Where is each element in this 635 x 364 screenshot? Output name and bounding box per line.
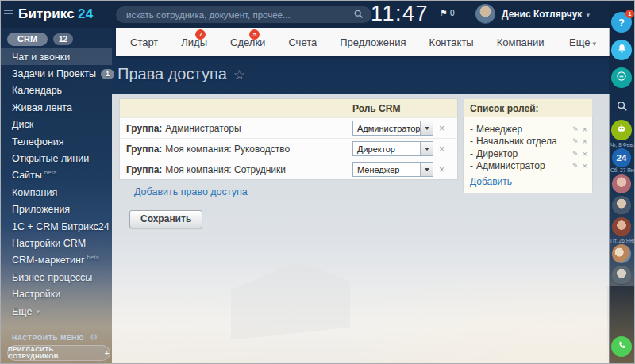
tab-invoices[interactable]: Счета xyxy=(288,36,317,48)
tab-more[interactable]: Еще▾ xyxy=(569,36,596,48)
sidebar-item-business-processes[interactable]: Бизнес-процессы xyxy=(1,269,112,285)
roles-list-panel: Список ролей: -Менеджер ✎× -Начальник от… xyxy=(464,99,592,228)
rail-date-jan26: Пт, 26 Янв xyxy=(609,238,634,243)
flag-count: 0 xyxy=(450,9,455,17)
global-search-input[interactable]: искать сотрудника, документ, прочее... xyxy=(116,6,371,23)
tab-leads[interactable]: Лиды7 xyxy=(181,36,207,48)
flag-icon: ⚑ xyxy=(440,8,448,17)
favorite-star-icon[interactable]: ☆ xyxy=(233,67,245,82)
group-label: Группа:Администраторы xyxy=(126,123,352,134)
marketplace-bot-button[interactable] xyxy=(611,120,632,140)
gear-icon: ⚙ xyxy=(90,332,98,343)
delete-role-icon[interactable]: × xyxy=(583,136,587,146)
sidebar-item-more[interactable]: Ещё▾ xyxy=(1,303,112,320)
sidebar-item-tasks-projects[interactable]: Задачи и Проекты1 xyxy=(1,65,112,82)
invite-employees-button[interactable]: ПРИГЛАСИТЬ СОТРУДНИКОВ+ xyxy=(7,345,110,361)
beta-label: beta xyxy=(44,169,57,176)
add-role-link[interactable]: Добавить xyxy=(470,176,512,187)
configure-menu-button[interactable]: НАСТРОИТЬ МЕНЮ⚙ xyxy=(12,332,98,343)
sidebar-item-disk[interactable]: Диск xyxy=(1,117,112,133)
role-select-employees[interactable]: Менеджер xyxy=(352,162,433,177)
group-label: Группа:Моя компания: Руководство xyxy=(126,144,352,155)
roles-panel-header: Список ролей: xyxy=(464,99,592,117)
select-arrow-icon[interactable] xyxy=(420,121,433,135)
logo-24: 24 xyxy=(78,6,93,21)
select-arrow-icon[interactable] xyxy=(420,142,433,155)
user-menu[interactable]: Денис Котлярчук▾ xyxy=(502,9,590,20)
sidebar-item-settings[interactable]: Настройки xyxy=(1,285,112,302)
rail-date-feb8: Чт, 8 Февр xyxy=(609,142,634,148)
edit-role-icon[interactable]: ✎ xyxy=(572,150,579,158)
search-icon xyxy=(616,100,628,115)
avatar[interactable] xyxy=(612,217,631,236)
rail-date-jan27: Сб, 27 Янв xyxy=(609,167,634,173)
delete-role-icon[interactable]: × xyxy=(583,125,587,134)
crm-section[interactable]: CRM 12 xyxy=(7,33,73,46)
role-select-administrators[interactable]: Администратор xyxy=(352,121,433,136)
clock[interactable]: 11:47 xyxy=(371,2,429,26)
deals-count-badge: 5 xyxy=(249,29,260,40)
calendar-24-badge[interactable]: 24 xyxy=(612,148,631,167)
sidebar-item-1c-crm[interactable]: 1С + CRM Битрикс24 xyxy=(1,218,112,235)
sidebar-item-apps[interactable]: Приложения xyxy=(1,201,112,218)
tab-deals[interactable]: Сделки5 xyxy=(230,36,265,48)
avatar[interactable] xyxy=(612,266,631,285)
avatar[interactable] xyxy=(612,174,631,193)
edit-role-icon[interactable]: ✎ xyxy=(572,137,579,145)
chevron-down-icon: ▾ xyxy=(586,11,590,19)
sidebar-item-sites[interactable]: Сайтыbeta xyxy=(1,167,112,184)
sidebar-item-company[interactable]: Компания xyxy=(1,184,112,201)
bell-icon xyxy=(617,43,627,57)
access-rights-table: Роль CRM Группа:Администраторы Администр… xyxy=(120,99,457,179)
role-column-header: Роль CRM xyxy=(352,103,400,114)
bitrix24-window: Битрикс24 искать сотрудника, документ, п… xyxy=(0,0,635,364)
search-icon[interactable] xyxy=(353,8,364,22)
top-bar: Битрикс24 искать сотрудника, документ, п… xyxy=(1,1,635,28)
bitrix24-logo[interactable]: Битрикс24 xyxy=(18,6,93,22)
rail-search-button[interactable] xyxy=(611,97,632,117)
delete-row-icon[interactable]: × xyxy=(439,144,444,154)
tab-quotes[interactable]: Предложения xyxy=(340,36,406,48)
open-lines-chat-button[interactable] xyxy=(611,67,632,88)
avatar[interactable] xyxy=(612,244,631,263)
delete-role-icon[interactable]: × xyxy=(583,161,587,171)
sidebar-item-chat-calls[interactable]: Чат и звонки xyxy=(1,48,112,65)
group-label: Группа:Моя компания: Сотрудники xyxy=(126,164,352,175)
sidebar-item-crm-settings[interactable]: Настройки CRM xyxy=(1,235,112,251)
notifications-bell-button[interactable] xyxy=(611,40,632,60)
plus-icon: + xyxy=(105,348,110,358)
notifications-flag[interactable]: ⚑0 xyxy=(440,8,454,18)
delete-role-icon[interactable]: × xyxy=(583,149,587,159)
tab-contacts[interactable]: Контакты xyxy=(429,36,474,48)
select-arrow-icon[interactable] xyxy=(420,163,433,176)
role-select-management[interactable]: Директор xyxy=(352,141,433,156)
hamburger-menu-icon[interactable] xyxy=(4,10,13,17)
sidebar-item-live-feed[interactable]: Живая лента xyxy=(1,99,112,116)
sidebar-item-crm-marketing[interactable]: CRM-маркетингbeta xyxy=(1,252,112,269)
access-row-employees: Группа:Моя компания: Сотрудники Менеджер… xyxy=(120,159,457,179)
delete-row-icon[interactable]: × xyxy=(439,124,444,133)
phone-icon xyxy=(617,339,627,354)
help-button[interactable]: ?1 xyxy=(611,12,632,33)
avatar[interactable] xyxy=(612,196,631,215)
sidebar-item-calendar[interactable]: Календарь xyxy=(1,82,112,99)
delete-row-icon[interactable]: × xyxy=(439,165,444,174)
chat-document-icon xyxy=(616,71,627,85)
sidebar-item-telephony[interactable]: Телефония xyxy=(1,133,112,150)
robot-icon xyxy=(616,123,627,137)
tab-companies[interactable]: Компании xyxy=(497,36,545,48)
edit-role-icon[interactable]: ✎ xyxy=(572,162,579,170)
role-item-administrator: -Администратор ✎× xyxy=(470,160,587,173)
add-access-right-link[interactable]: Добавить право доступа xyxy=(134,186,248,197)
crm-pill[interactable]: CRM xyxy=(7,33,48,46)
workspace: Роль CRM Группа:Администраторы Администр… xyxy=(112,94,610,364)
phone-call-button[interactable] xyxy=(611,336,632,357)
tab-start[interactable]: Старт xyxy=(130,36,158,48)
help-notification-badge: 1 xyxy=(625,10,634,18)
role-item-department-head: -Начальник отдела ✎× xyxy=(470,136,587,148)
sidebar-item-open-lines[interactable]: Открытые линии xyxy=(1,150,112,167)
save-button[interactable]: Сохранить xyxy=(129,210,202,228)
edit-role-icon[interactable]: ✎ xyxy=(572,125,579,133)
chevron-down-icon: ▾ xyxy=(37,308,40,316)
user-avatar[interactable] xyxy=(475,4,495,24)
